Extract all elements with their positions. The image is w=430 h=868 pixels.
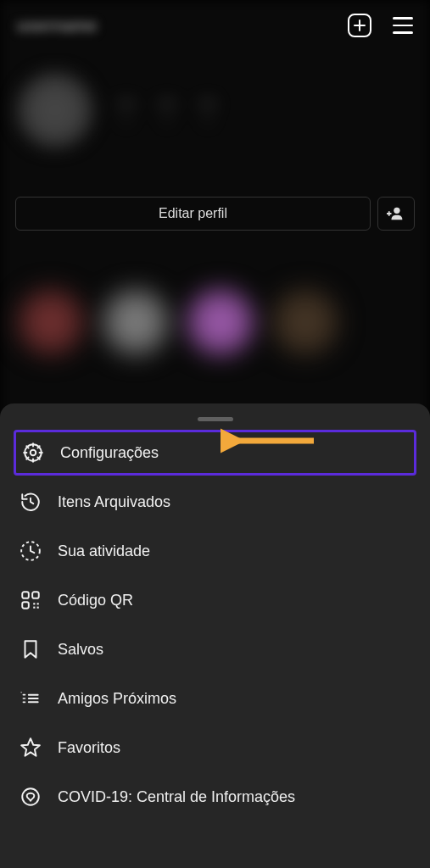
highlight-story bbox=[271, 288, 339, 356]
menu-label: Salvos bbox=[58, 641, 103, 659]
covid-icon bbox=[19, 785, 42, 809]
menu-label: Configurações bbox=[60, 444, 159, 462]
menu-label: Sua atividade bbox=[58, 542, 150, 560]
qr-icon bbox=[19, 588, 42, 612]
highlight-story bbox=[187, 288, 254, 356]
menu-label: Código QR bbox=[58, 592, 133, 609]
edit-profile-button[interactable]: Editar perfil bbox=[15, 197, 371, 231]
svg-point-1 bbox=[31, 450, 36, 456]
drag-handle[interactable] bbox=[198, 417, 233, 421]
menu-label: Favoritos bbox=[58, 739, 120, 757]
menu-label: Amigos Próximos bbox=[58, 690, 176, 708]
username-blurred: username bbox=[17, 16, 98, 36]
avatar bbox=[17, 72, 93, 148]
svg-rect-9 bbox=[33, 607, 35, 609]
close-friends-icon bbox=[19, 687, 42, 710]
edit-profile-row: Editar perfil bbox=[15, 197, 415, 231]
discover-people-button[interactable] bbox=[377, 197, 415, 231]
bookmark-icon bbox=[19, 637, 42, 661]
menu-item-saved[interactable]: Salvos bbox=[14, 625, 416, 674]
star-icon bbox=[19, 736, 42, 760]
menu-item-qr[interactable]: Código QR bbox=[14, 576, 416, 625]
menu-item-close-friends[interactable]: Amigos Próximos bbox=[14, 674, 416, 723]
menu-item-settings[interactable]: Configurações bbox=[14, 430, 416, 476]
menu-label: COVID-19: Central de Informações bbox=[58, 788, 295, 806]
highlight-story bbox=[102, 288, 170, 356]
svg-rect-6 bbox=[22, 602, 29, 609]
create-icon[interactable] bbox=[348, 14, 371, 37]
header-actions bbox=[348, 14, 413, 37]
history-icon bbox=[19, 490, 42, 514]
highlights-blurred bbox=[0, 288, 430, 356]
gear-icon bbox=[21, 441, 45, 465]
svg-point-11 bbox=[22, 788, 39, 805]
menu-item-favorites[interactable]: Favoritos bbox=[14, 723, 416, 772]
add-person-icon bbox=[387, 204, 405, 223]
profile-header: username bbox=[0, 0, 430, 51]
svg-rect-7 bbox=[33, 603, 35, 604]
menu-item-archive[interactable]: Itens Arquivados bbox=[14, 477, 416, 526]
svg-rect-8 bbox=[37, 603, 39, 604]
menu-item-activity[interactable]: Sua atividade bbox=[14, 526, 416, 576]
menu-label: Itens Arquivados bbox=[58, 493, 170, 511]
activity-icon bbox=[19, 539, 42, 563]
svg-rect-10 bbox=[37, 607, 39, 609]
highlight-story bbox=[17, 288, 85, 356]
stats: —— —— —— bbox=[119, 94, 413, 127]
hamburger-menu-icon[interactable] bbox=[393, 17, 413, 34]
profile-info-blurred: —— —— —— bbox=[0, 59, 430, 161]
menu-item-covid[interactable]: COVID-19: Central de Informações bbox=[14, 772, 416, 821]
svg-point-0 bbox=[394, 208, 399, 214]
menu-list: Configurações Itens Arquivados Sua ativi… bbox=[0, 430, 430, 821]
svg-rect-4 bbox=[22, 592, 29, 598]
menu-bottom-sheet: Configurações Itens Arquivados Sua ativi… bbox=[0, 403, 430, 868]
svg-rect-5 bbox=[32, 592, 39, 598]
edit-profile-label: Editar perfil bbox=[159, 206, 227, 221]
